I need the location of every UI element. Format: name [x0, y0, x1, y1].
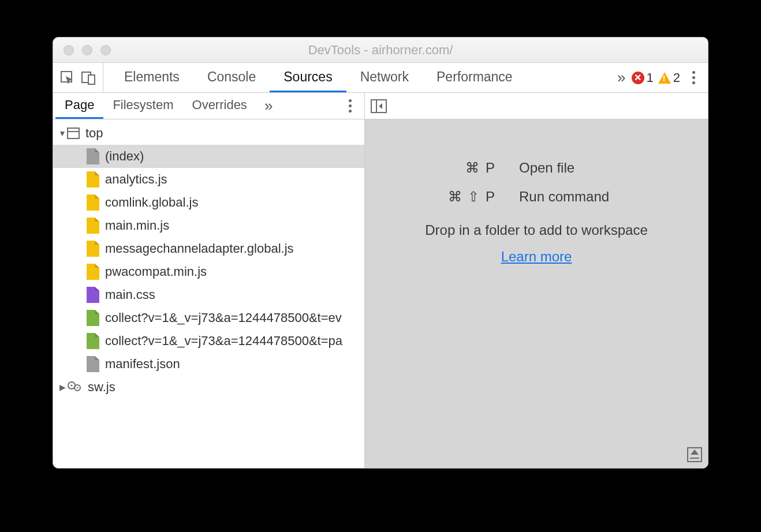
tree-file[interactable]: manifest.json: [53, 353, 364, 376]
toggle-navigator-icon[interactable]: [371, 99, 387, 113]
tree-file[interactable]: comlink.global.js: [53, 191, 364, 214]
learn-more-link[interactable]: Learn more: [501, 249, 572, 265]
tree-label: top: [85, 126, 103, 141]
tabs-overflow-icon[interactable]: »: [611, 63, 631, 92]
tab-console[interactable]: Console: [193, 63, 270, 92]
navigator-tab-filesystem[interactable]: Filesystem: [103, 93, 182, 119]
file-icon: [87, 333, 99, 349]
tree-label: pwacompat.min.js: [105, 264, 207, 279]
tree-label: collect?v=1&_v=j73&a=1244478500&t=pa: [105, 334, 342, 349]
tree-label: (index): [105, 149, 144, 164]
shortcut-run-command: ⌘ ⇧ P Run command: [415, 189, 658, 205]
tab-elements[interactable]: Elements: [110, 63, 193, 92]
tree-file[interactable]: collect?v=1&_v=j73&a=1244478500&t=ev: [53, 306, 364, 329]
tree-label: main.min.js: [105, 218, 169, 233]
file-icon: [87, 310, 99, 326]
tree-file[interactable]: messagechanneladapter.global.js: [53, 237, 364, 260]
run-command-label: Run command: [519, 189, 609, 205]
tree-frame-top[interactable]: ▼top: [53, 122, 364, 145]
tree-label: messagechanneladapter.global.js: [105, 241, 294, 256]
navigator-pane: PageFilesystemOverrides » ▼top(index)ana…: [53, 93, 365, 468]
window-title: DevTools - airhorner.com/: [53, 43, 708, 58]
tab-sources[interactable]: Sources: [270, 63, 346, 92]
minimize-window-button[interactable]: [82, 45, 92, 55]
tree-file[interactable]: main.css: [53, 283, 364, 306]
file-icon: [87, 171, 99, 188]
file-icon: [87, 218, 99, 234]
tree-label: manifest.json: [105, 357, 180, 372]
main-tabs: ElementsConsoleSourcesNetworkPerformance: [110, 63, 611, 92]
tree-label: analytics.js: [105, 172, 167, 187]
open-file-label: Open file: [519, 160, 575, 176]
file-icon: [87, 356, 99, 372]
navigator-tabs: PageFilesystemOverrides »: [53, 93, 364, 119]
errors-count: 1: [647, 70, 654, 85]
navigator-tab-page[interactable]: Page: [55, 93, 103, 119]
tab-performance[interactable]: Performance: [423, 63, 527, 92]
traffic-lights: [53, 45, 111, 55]
warnings-count: 2: [673, 70, 680, 85]
tree-label: sw.js: [88, 380, 115, 395]
drawer-toggle-icon[interactable]: [687, 447, 702, 462]
tree-worker-sw[interactable]: ▶sw.js: [53, 376, 364, 399]
shortcut-open-file: ⌘ P Open file: [415, 160, 658, 176]
tab-network[interactable]: Network: [346, 63, 423, 92]
tree-file[interactable]: main.min.js: [53, 214, 364, 237]
warning-icon: [658, 72, 671, 84]
close-window-button[interactable]: [64, 45, 74, 55]
tree-file[interactable]: collect?v=1&_v=j73&a=1244478500&t=pa: [53, 329, 364, 353]
zoom-window-button[interactable]: [100, 45, 111, 55]
svg-point-4: [71, 385, 73, 387]
file-tree: ▼top(index)analytics.jscomlink.global.js…: [53, 119, 364, 468]
editor-header: [365, 93, 708, 119]
frame-icon: [67, 128, 80, 139]
file-icon: [87, 241, 99, 257]
run-command-keys: ⌘ ⇧ P: [415, 189, 519, 205]
inspect-element-icon[interactable]: [60, 70, 75, 85]
svg-rect-2: [88, 75, 95, 84]
file-icon: [87, 287, 99, 303]
editor-pane: ⌘ P Open file ⌘ ⇧ P Run command Drop in …: [365, 93, 708, 468]
drop-folder-message: Drop in a folder to add to workspace: [425, 222, 648, 238]
svg-point-6: [77, 387, 78, 388]
file-icon: [87, 264, 99, 280]
error-icon: ✕: [632, 72, 644, 84]
warnings-badge[interactable]: 2: [658, 70, 680, 85]
devtools-window: DevTools - airhorner.com/ ElementsConsol…: [53, 37, 708, 469]
tree-label: comlink.global.js: [105, 195, 198, 210]
tree-file[interactable]: analytics.js: [53, 168, 364, 191]
navigator-tab-overrides[interactable]: Overrides: [183, 93, 256, 119]
expand-arrow-icon: ▼: [58, 129, 67, 138]
navigator-tabs-overflow-icon[interactable]: »: [259, 93, 278, 119]
file-icon: [87, 148, 99, 164]
titlebar: DevTools - airhorner.com/: [53, 38, 708, 63]
service-worker-icon: [67, 379, 82, 395]
tree-label: collect?v=1&_v=j73&a=1244478500&t=ev: [105, 310, 342, 325]
editor-empty-state: ⌘ P Open file ⌘ ⇧ P Run command Drop in …: [365, 119, 708, 468]
device-toolbar-icon[interactable]: [81, 70, 96, 85]
file-icon: [87, 194, 99, 211]
tree-label: main.css: [105, 287, 155, 302]
settings-menu-icon[interactable]: [685, 71, 702, 84]
expand-arrow-icon: ▶: [58, 383, 67, 392]
main-tabbar: ElementsConsoleSourcesNetworkPerformance…: [53, 63, 708, 93]
open-file-keys: ⌘ P: [415, 160, 519, 176]
errors-badge[interactable]: ✕ 1: [632, 70, 654, 85]
tree-file[interactable]: (index): [53, 145, 364, 168]
navigator-menu-icon[interactable]: [341, 99, 359, 113]
tree-file[interactable]: pwacompat.min.js: [53, 260, 364, 283]
